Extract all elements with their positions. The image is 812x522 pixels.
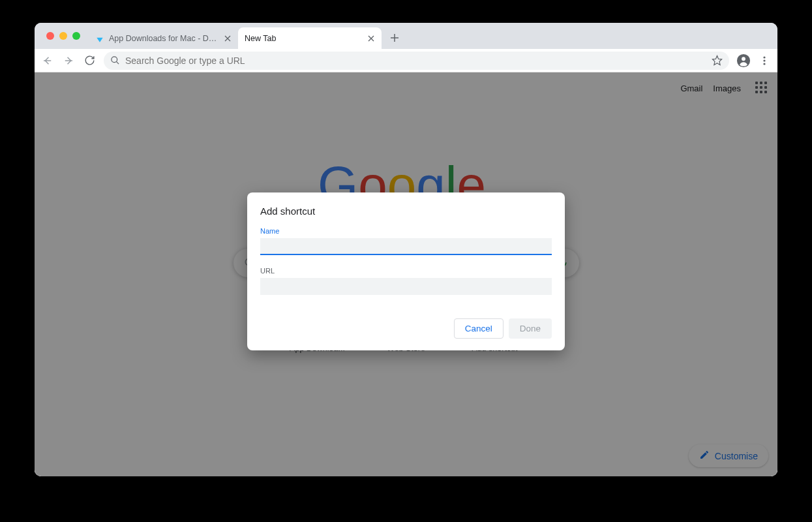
tab-title: New Tab (245, 34, 362, 43)
new-tab-button[interactable] (385, 29, 404, 47)
url-field-group: URL (260, 267, 552, 295)
svg-point-3 (742, 57, 745, 61)
toolbar (35, 49, 777, 72)
name-field-group: Name (260, 227, 552, 255)
cancel-button[interactable]: Cancel (454, 318, 504, 339)
name-field-label: Name (260, 227, 552, 235)
tab-app-downloads[interactable]: App Downloads for Mac - Dow (88, 27, 238, 49)
search-icon (110, 55, 120, 65)
url-input[interactable] (260, 278, 552, 295)
done-button[interactable]: Done (509, 318, 552, 339)
svg-point-4 (763, 56, 765, 58)
address-input[interactable] (125, 55, 706, 66)
reload-button[interactable] (80, 52, 98, 70)
dialog-title: Add shortcut (260, 206, 552, 217)
svg-point-6 (763, 63, 765, 65)
url-field-label: URL (260, 267, 552, 275)
svg-point-5 (763, 59, 765, 61)
back-button[interactable] (38, 52, 57, 70)
close-window-button[interactable] (46, 32, 54, 40)
omnibox[interactable] (104, 52, 729, 70)
dialog-buttons: Cancel Done (260, 318, 552, 339)
bookmark-star-icon[interactable] (712, 55, 723, 66)
tabs-container: App Downloads for Mac - Dow New Tab (88, 23, 777, 49)
tab-title: App Downloads for Mac - Dow (109, 34, 218, 43)
maximize-window-button[interactable] (72, 32, 80, 40)
window-controls (40, 23, 88, 49)
add-shortcut-dialog: Add shortcut Name URL Cancel Done (247, 192, 565, 350)
close-tab-icon[interactable] (366, 33, 376, 44)
download-icon (95, 33, 105, 44)
minimize-window-button[interactable] (59, 32, 67, 40)
svg-point-0 (112, 57, 117, 63)
tab-new-tab[interactable]: New Tab (238, 27, 382, 49)
chrome-menu-button[interactable] (755, 52, 774, 70)
close-tab-icon[interactable] (222, 33, 233, 44)
tab-strip: App Downloads for Mac - Dow New Tab (35, 23, 777, 49)
profile-button[interactable] (734, 52, 753, 70)
name-input[interactable] (260, 238, 552, 255)
svg-marker-1 (712, 55, 721, 65)
browser-window: App Downloads for Mac - Dow New Tab (35, 23, 777, 476)
forward-button[interactable] (59, 52, 78, 70)
